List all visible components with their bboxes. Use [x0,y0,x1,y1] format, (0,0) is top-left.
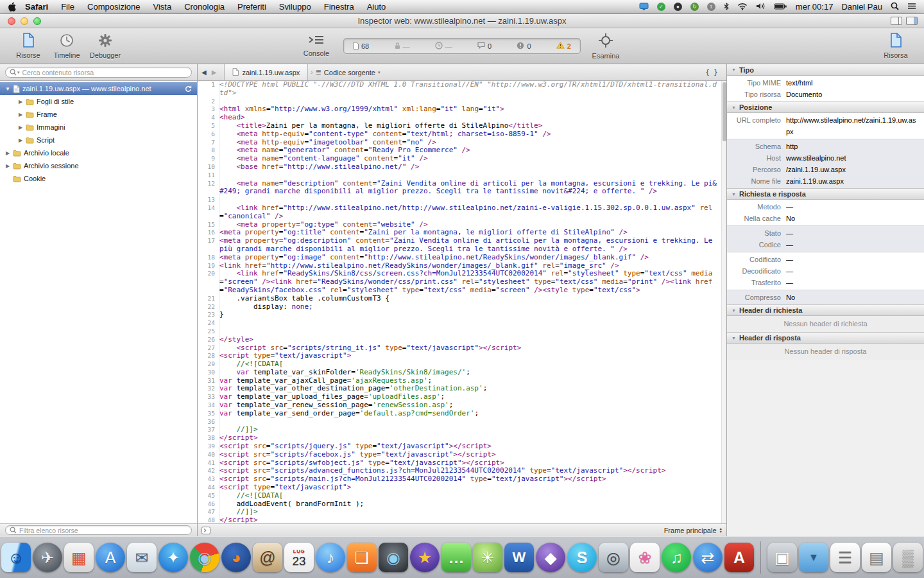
forward-button[interactable]: ▶ [210,69,221,76]
menu-safari[interactable]: Safari [19,2,55,12]
tree-item[interactable]: ▶Immagini [0,121,197,134]
dock-trash-icon[interactable]: ▒ [893,543,923,572]
dock-contacts-icon[interactable]: @ [253,543,282,572]
search-field[interactable]: ▾ [5,67,192,78]
warnings-count[interactable]: 2 [556,42,571,50]
swirl-badge-menu-icon[interactable]: ↻ [690,3,699,11]
dock-spotify-icon[interactable]: ♫ [662,543,691,572]
dock-downloads-folder-icon[interactable]: ▼ [799,543,828,572]
dock-green-app-icon[interactable]: ✳ [473,543,502,572]
menu-composizione[interactable]: Composizione [81,2,146,12]
source-code-view[interactable]: 1<!DOCTYPE html PUBLIC "-//W3C//DTD XHTM… [198,81,726,523]
esamina-button[interactable]: Esamina [586,33,625,60]
dock-word-icon[interactable]: W [504,543,534,572]
dock-photos-icon[interactable]: ❀ [630,543,660,572]
bluetooth-icon[interactable] [724,3,729,12]
disclosure-triangle-icon[interactable]: ▶ [4,150,12,156]
dock-photo-booth-icon[interactable]: ◉ [379,543,408,572]
dock-mail-icon[interactable]: ✉ [127,543,157,572]
dock-chrome-icon[interactable]: ◉ [190,543,219,572]
notification-center-icon[interactable] [907,3,916,11]
menu-sviluppo[interactable]: Sviluppo [273,2,318,12]
tree-item[interactable]: ▶Frame [0,108,197,121]
spotlight-icon[interactable] [891,2,899,12]
dock-messages-icon[interactable]: … [441,543,471,572]
apple-menu-icon[interactable] [8,2,16,12]
frame-selector[interactable]: Frame principale ▲▼ [664,527,723,534]
pretty-print-button[interactable]: { } [702,67,721,78]
dock-safari-icon[interactable]: ✦ [158,543,188,572]
title-bar[interactable]: Inspector web: www.stilealpino.net — zai… [0,14,924,28]
scrollbar-thumb[interactable] [723,82,726,141]
dock-screenshot-icon[interactable]: ▣ [767,543,797,572]
section-header[interactable]: ▼Posizione [727,101,924,113]
console-messages-count[interactable]: 0 [477,42,492,50]
disclosure-triangle-icon[interactable]: ▶ [17,137,24,143]
quick-console-icon[interactable] [201,527,210,534]
menu-cronologia[interactable]: Cronologia [178,2,231,12]
menu-file[interactable]: File [55,2,81,12]
wifi-icon[interactable] [737,3,748,12]
menu-vista[interactable]: Vista [146,2,178,12]
dock-documents-stack-2-icon[interactable]: ▤ [862,543,891,572]
section-header[interactable]: ▼Header di risposta [727,332,924,344]
back-button[interactable]: ◀ [198,69,210,76]
section-header[interactable]: ▼Richiesta e risposta [727,188,924,200]
dock-ibooks-icon[interactable]: ❏ [347,543,377,572]
disclosure-triangle-icon[interactable]: ▶ [17,125,24,130]
tree-item[interactable]: ▼zaini.1.19.uw.aspx — www.stilealpino.ne… [0,82,197,95]
dock-launchpad-icon[interactable]: ✈ [33,543,62,572]
dock-sync-app-icon[interactable]: ⇄ [693,543,723,572]
dock-itunes-icon[interactable]: ♪ [316,543,345,572]
vertical-scrollbar[interactable] [721,81,726,523]
section-header[interactable]: ▼Header di richiesta [727,304,924,316]
dock-skype-icon[interactable]: S [567,543,597,572]
timeline-button[interactable]: Timeline [47,33,86,59]
filter-field[interactable] [5,525,192,535]
errors-count[interactable]: 0 [517,42,531,51]
tree-item[interactable]: ▶Archivio locale [0,146,197,159]
tree-item[interactable]: ▶Archivio sessione [0,159,197,172]
debugger-button[interactable]: Debugger [86,33,124,59]
load-time[interactable]: — [435,42,452,51]
dock-satellite-icon[interactable]: ◎ [599,543,628,572]
close-button[interactable] [8,17,15,25]
console-button[interactable]: Console [297,35,336,57]
tree-item[interactable]: ▶Fogli di stile [0,95,197,108]
dock-firefox-icon[interactable]: ◕ [221,543,251,572]
disclosure-triangle-icon[interactable]: ▼ [4,86,12,92]
dock-mission-control-icon[interactable]: ▦ [64,543,94,572]
volume-icon[interactable] [756,3,766,11]
battery-icon[interactable] [774,3,787,11]
menu-aiuto[interactable]: Aiuto [361,2,393,12]
dock-documents-stack-icon[interactable]: ☰ [830,543,860,572]
toggle-split-view-icon[interactable] [891,17,902,25]
menu-preferiti[interactable]: Preferiti [231,2,273,12]
disclosure-triangle-icon[interactable]: ▶ [17,112,24,118]
filter-input[interactable] [17,527,191,534]
menu-clock[interactable]: mer 00:17 [796,2,834,12]
menu-finestra[interactable]: Finestra [318,2,361,12]
reload-icon[interactable] [185,85,192,92]
tree-item[interactable]: Cookie [0,172,197,185]
risorsa-button[interactable]: Risorsa [877,33,915,59]
secure-resources-count[interactable]: — [395,42,410,51]
risorse-button[interactable]: Risorse [9,33,47,59]
check-badge-menu-icon[interactable]: ✓ [657,3,665,11]
update-badge-menu-icon[interactable]: 1 [707,3,715,11]
disclosure-triangle-icon[interactable]: ▶ [4,163,12,169]
minimize-button[interactable] [21,17,28,25]
documents-count[interactable]: 68 [353,42,369,51]
dock-adobe-reader-icon[interactable]: A [724,543,754,572]
dock-purple-app-icon[interactable]: ◆ [536,543,565,572]
menu-user-name[interactable]: Daniel Pau [841,2,882,12]
zoom-button[interactable] [33,17,41,25]
display-menu-icon[interactable] [639,3,649,12]
dark-badge-menu-icon[interactable]: ● [674,3,682,11]
dock-calendar-icon[interactable]: LUG23 [284,543,314,572]
dock-app-store-icon[interactable]: A [96,543,125,572]
section-header[interactable]: ▼Tipo [727,64,924,76]
toggle-details-sidebar-icon[interactable] [906,17,918,25]
disclosure-triangle-icon[interactable]: ▶ [17,99,24,105]
dock-finder-icon[interactable]: ☺ [1,543,31,572]
